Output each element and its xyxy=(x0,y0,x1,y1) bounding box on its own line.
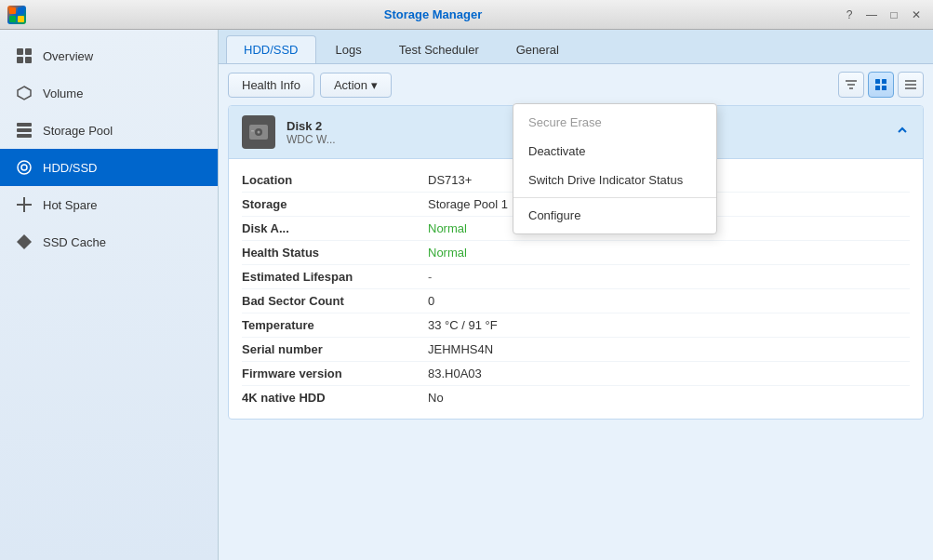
toolbar: Health Info Action ▾ Secure Erase Deacti… xyxy=(219,64,933,105)
sidebar: Overview Volume Storage Pool xyxy=(0,30,219,560)
list-view-button[interactable] xyxy=(898,72,924,98)
app-title: Storage Manager xyxy=(26,7,840,21)
sidebar-item-label: Storage Pool xyxy=(43,124,113,138)
main-content: HDD/SSD Logs Test Scheduler General Heal… xyxy=(219,30,933,560)
svg-rect-6 xyxy=(17,57,23,63)
detail-row-4k-native: 4K native HDD No xyxy=(242,386,910,409)
svg-point-13 xyxy=(21,165,27,170)
svg-rect-2 xyxy=(9,16,16,22)
app-icon xyxy=(7,6,26,24)
svg-rect-1 xyxy=(18,7,24,14)
sidebar-item-label: Volume xyxy=(43,87,83,100)
svg-rect-19 xyxy=(875,86,880,90)
hdd-ssd-icon xyxy=(15,158,33,177)
tab-logs[interactable]: Logs xyxy=(318,35,380,63)
svg-rect-5 xyxy=(25,48,32,55)
svg-rect-15 xyxy=(17,204,32,206)
svg-rect-0 xyxy=(9,7,16,14)
dropdown-item-deactivate[interactable]: Deactivate xyxy=(513,137,716,166)
sidebar-item-label: Hot Spare xyxy=(43,198,98,212)
detail-row-temperature: Temperature 33 °C / 91 °F xyxy=(242,313,910,338)
disk-info: Disk 2 WDC W... xyxy=(287,119,336,146)
volume-icon xyxy=(15,84,33,102)
close-button[interactable]: ✕ xyxy=(907,6,926,24)
dropdown-item-configure[interactable]: Configure xyxy=(513,201,716,230)
detail-row-serial-number: Serial number JEHMHS4N xyxy=(242,338,910,362)
help-button[interactable]: ? xyxy=(840,6,859,24)
tab-bar: HDD/SSD Logs Test Scheduler General xyxy=(219,30,933,64)
svg-rect-20 xyxy=(882,86,886,90)
disk-model: WDC W... xyxy=(287,133,336,146)
sidebar-item-hdd-ssd[interactable]: HDD/SSD xyxy=(0,149,218,186)
sidebar-item-label: Overview xyxy=(43,49,93,63)
svg-rect-17 xyxy=(875,79,880,84)
ssd-cache-icon xyxy=(15,233,33,251)
app-body: Overview Volume Storage Pool xyxy=(0,30,933,560)
svg-rect-27 xyxy=(251,130,254,132)
sidebar-item-overview[interactable]: Overview xyxy=(0,37,218,74)
tab-hdd-ssd[interactable]: HDD/SSD xyxy=(226,35,316,63)
svg-rect-7 xyxy=(25,57,32,63)
chevron-down-icon: ▾ xyxy=(371,78,378,92)
maximize-button[interactable]: □ xyxy=(885,6,903,24)
action-dropdown-menu: Secure Erase Deactivate Switch Drive Ind… xyxy=(513,103,717,234)
svg-rect-3 xyxy=(18,16,24,22)
svg-rect-11 xyxy=(17,134,32,138)
sidebar-item-hot-spare[interactable]: Hot Spare xyxy=(0,186,218,223)
storage-pool-icon xyxy=(15,121,33,140)
sidebar-item-label: SSD Cache xyxy=(43,235,106,249)
dropdown-divider xyxy=(513,197,716,198)
tab-test-scheduler[interactable]: Test Scheduler xyxy=(381,35,497,63)
sidebar-item-volume[interactable]: Volume xyxy=(0,74,218,112)
hot-spare-icon xyxy=(15,195,33,214)
sidebar-item-storage-pool[interactable]: Storage Pool xyxy=(0,112,218,149)
window-controls: ? — □ ✕ xyxy=(840,6,926,24)
svg-rect-10 xyxy=(17,128,32,132)
detail-row-estimated-lifespan: Estimated Lifespan - xyxy=(242,265,910,289)
detail-row-bad-sector: Bad Sector Count 0 xyxy=(242,289,910,313)
tab-general[interactable]: General xyxy=(499,35,577,63)
overview-icon xyxy=(15,47,33,65)
grid-view-button[interactable] xyxy=(868,72,894,98)
sidebar-item-ssd-cache[interactable]: SSD Cache xyxy=(0,223,218,260)
svg-marker-16 xyxy=(17,234,32,249)
svg-point-12 xyxy=(18,161,31,174)
dropdown-item-secure-erase[interactable]: Secure Erase xyxy=(513,108,716,137)
svg-rect-9 xyxy=(17,123,32,127)
detail-row-firmware: Firmware version 83.H0A03 xyxy=(242,362,910,386)
svg-rect-18 xyxy=(882,79,886,84)
minimize-button[interactable]: — xyxy=(862,6,881,24)
action-button[interactable]: Action ▾ xyxy=(320,73,392,98)
disk-icon xyxy=(242,115,275,149)
svg-rect-4 xyxy=(17,48,23,55)
dropdown-item-switch-drive-indicator[interactable]: Switch Drive Indicator Status xyxy=(513,166,716,194)
filter-button[interactable] xyxy=(838,72,864,98)
toolbar-right xyxy=(838,72,924,98)
disk-name: Disk 2 xyxy=(287,119,336,133)
svg-point-26 xyxy=(258,131,260,134)
svg-marker-8 xyxy=(18,87,31,100)
collapse-button[interactable] xyxy=(895,123,910,141)
detail-row-health-status: Health Status Normal xyxy=(242,241,910,265)
health-info-button[interactable]: Health Info xyxy=(228,73,314,98)
titlebar: Storage Manager ? — □ ✕ xyxy=(0,0,933,30)
sidebar-item-label: HDD/SSD xyxy=(43,161,98,175)
